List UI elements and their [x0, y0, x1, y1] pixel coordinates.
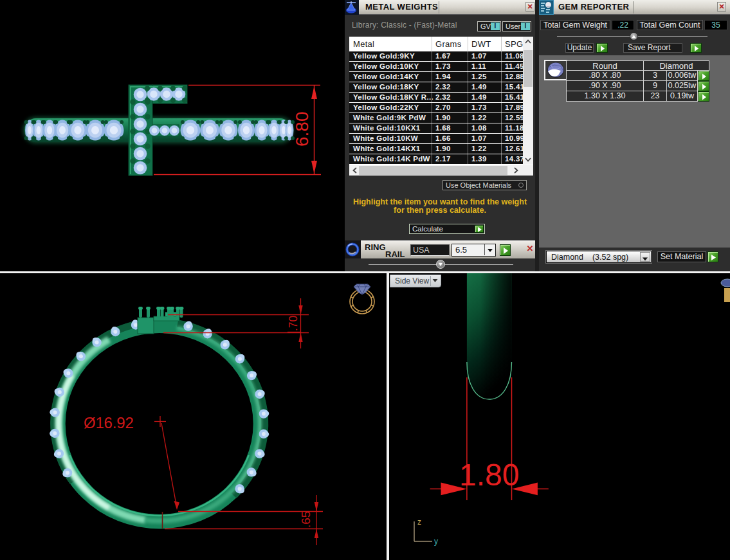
svg-text:Ø16.92: Ø16.92: [84, 414, 134, 431]
svg-text:z: z: [417, 518, 421, 527]
svg-text:6.80: 6.80: [292, 112, 312, 147]
svg-text:.65: .65: [299, 511, 313, 528]
svg-text:.70: .70: [287, 315, 300, 331]
svg-text:1.80: 1.80: [459, 458, 519, 492]
svg-text:y: y: [434, 537, 438, 546]
